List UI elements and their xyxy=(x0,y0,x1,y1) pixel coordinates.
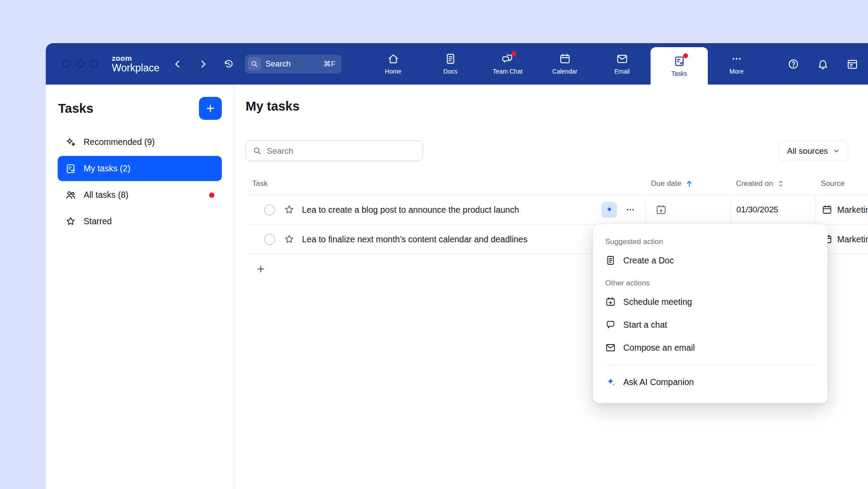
history-button[interactable] xyxy=(222,57,235,70)
back-button[interactable] xyxy=(171,57,184,70)
global-search-placeholder: Search xyxy=(265,59,291,69)
calendar-panel-button[interactable] xyxy=(846,57,859,70)
sidebar-item-starred[interactable]: Starred xyxy=(58,209,222,234)
all-tasks-badge xyxy=(209,193,214,198)
nav-team-chat[interactable]: Team Chat xyxy=(479,43,536,85)
table-header-row: Task Due date Created on Source xyxy=(246,173,868,195)
primary-nav: Home Docs Team Chat xyxy=(364,43,765,85)
menu-section-label: Other actions xyxy=(593,279,828,288)
task-actions-menu: Suggested action Create a Doc Other acti… xyxy=(593,224,828,403)
menu-divider xyxy=(605,365,815,365)
home-icon xyxy=(387,53,399,65)
forward-button[interactable] xyxy=(196,57,210,70)
email-icon xyxy=(616,53,628,65)
column-header-source[interactable]: Source xyxy=(815,173,868,195)
window-close-button[interactable] xyxy=(63,60,70,68)
search-icon xyxy=(248,57,261,70)
calendar-plus-icon xyxy=(605,296,616,307)
add-task-button[interactable] xyxy=(255,263,266,274)
row-actions xyxy=(596,202,636,218)
window-minimize-button[interactable] xyxy=(76,60,84,68)
help-icon xyxy=(787,58,799,70)
menu-item-compose-email[interactable]: Compose an email xyxy=(593,336,828,359)
tasks-icon xyxy=(673,55,685,67)
task-complete-checkbox[interactable] xyxy=(264,234,275,245)
calendar-panel-icon xyxy=(846,58,858,70)
sources-filter-dropdown[interactable]: All sources xyxy=(779,141,848,161)
chevron-left-icon xyxy=(172,59,183,70)
chevron-down-icon xyxy=(832,147,841,155)
sidebar-title: Tasks xyxy=(58,101,93,116)
team-chat-icon xyxy=(502,53,514,65)
star-icon[interactable] xyxy=(283,233,295,245)
sidebar-item-recommended[interactable]: Recommended (9) xyxy=(58,130,222,155)
plus-icon xyxy=(205,103,216,114)
due-date-cell xyxy=(645,195,730,224)
calendar-icon xyxy=(559,53,571,65)
help-button[interactable] xyxy=(787,57,800,70)
history-nav xyxy=(171,57,235,70)
task-search[interactable] xyxy=(246,141,423,161)
workplace-label: Workplace xyxy=(112,63,159,73)
calendar-plus-icon xyxy=(655,204,667,215)
my-tasks-icon xyxy=(65,163,76,174)
notifications-icon xyxy=(817,58,829,70)
created-on-cell: 01/30/2025 xyxy=(730,195,815,224)
global-search[interactable]: Search ⌘F xyxy=(245,55,342,74)
task-title[interactable]: Lea to finalize next month’s content cal… xyxy=(302,234,527,244)
sort-toggle-icon xyxy=(776,179,785,188)
email-icon xyxy=(605,342,616,353)
brand-logo: zoom Workplace xyxy=(112,55,159,74)
menu-section-label: Suggested action xyxy=(593,237,828,246)
task-row: Lea to create a blog post to announce th… xyxy=(246,195,868,225)
star-icon xyxy=(65,216,76,227)
menu-item-start-chat[interactable]: Start a chat xyxy=(593,313,828,336)
task-title[interactable]: Lea to create a blog post to announce th… xyxy=(302,205,519,215)
nav-docs[interactable]: Docs xyxy=(422,43,479,85)
sort-asc-icon xyxy=(685,179,694,188)
window-controls xyxy=(63,60,98,68)
ai-companion-button[interactable] xyxy=(601,202,617,218)
nav-email[interactable]: Email xyxy=(593,43,651,85)
search-shortcut: ⌘F xyxy=(324,59,335,69)
menu-item-schedule-meeting[interactable]: Schedule meeting xyxy=(593,290,828,313)
task-complete-checkbox[interactable] xyxy=(264,204,275,215)
new-task-button[interactable] xyxy=(199,97,222,120)
sidebar-nav: Recommended (9) My tasks (2) All tasks (… xyxy=(46,129,234,236)
sidebar-item-all-tasks[interactable]: All tasks (8) xyxy=(58,182,222,207)
search-icon xyxy=(253,146,262,156)
task-cell: Lea to finalize next month’s content cal… xyxy=(246,225,645,254)
menu-item-create-doc[interactable]: Create a Doc xyxy=(593,249,828,272)
ai-sparkle-icon xyxy=(605,205,614,215)
column-header-created-on[interactable]: Created on xyxy=(730,173,815,195)
docs-icon xyxy=(445,53,456,65)
history-icon xyxy=(223,59,234,70)
row-more-button[interactable] xyxy=(624,204,636,216)
people-icon xyxy=(65,189,76,200)
calendar-icon xyxy=(822,204,832,215)
nav-more[interactable]: More xyxy=(708,43,765,85)
task-search-input[interactable] xyxy=(267,146,416,156)
menu-item-ask-ai-companion[interactable]: Ask AI Companion xyxy=(593,370,828,393)
add-due-date-button[interactable] xyxy=(655,204,667,215)
zoom-logo: zoom xyxy=(112,55,159,63)
window-expand-button[interactable] xyxy=(90,60,98,68)
nav-calendar[interactable]: Calendar xyxy=(536,43,593,85)
chat-icon xyxy=(605,319,616,330)
ellipsis-icon xyxy=(625,204,636,215)
tasks-toolbar: All sources xyxy=(246,141,848,161)
task-cell: Lea to create a blog post to announce th… xyxy=(246,195,645,224)
tasks-sidebar: Tasks Recommended (9) My tasks (2) All t… xyxy=(46,85,234,489)
column-header-task[interactable]: Task xyxy=(246,173,645,195)
star-icon[interactable] xyxy=(283,204,295,215)
nav-tasks[interactable]: Tasks xyxy=(651,47,708,85)
source-cell: Marketing xyxy=(815,195,868,224)
page-title: My tasks xyxy=(246,99,868,114)
sidebar-header: Tasks xyxy=(46,85,234,129)
notifications-button[interactable] xyxy=(816,57,829,70)
doc-icon xyxy=(605,255,616,266)
tasks-badge xyxy=(683,53,688,58)
sidebar-item-my-tasks[interactable]: My tasks (2) xyxy=(58,156,222,181)
nav-home[interactable]: Home xyxy=(364,43,422,85)
column-header-due-date[interactable]: Due date xyxy=(645,173,730,195)
